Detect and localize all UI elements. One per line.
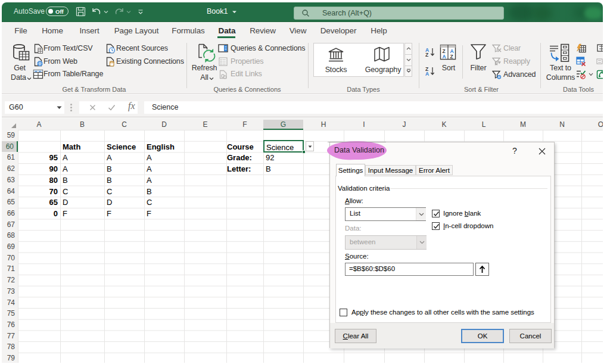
svg-text:Z: Z xyxy=(425,52,428,57)
svg-text:A: A xyxy=(443,54,446,60)
svg-text:A: A xyxy=(425,71,429,76)
svg-text:Z: Z xyxy=(450,54,453,60)
